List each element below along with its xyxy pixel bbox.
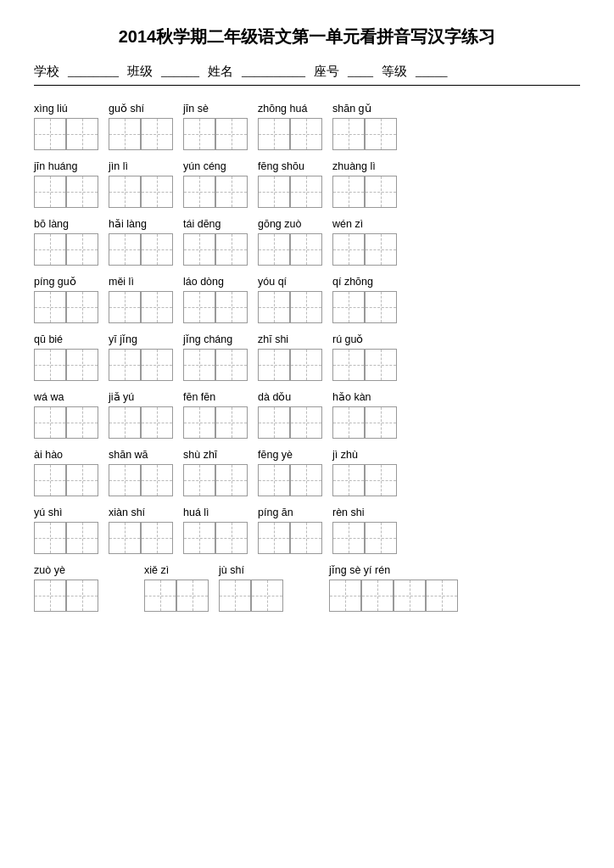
char-boxes (183, 118, 248, 150)
word-group: hǎi làng (109, 216, 173, 266)
pinyin-label: hǎo kàn (332, 389, 371, 405)
name-label: 姓名 (208, 64, 233, 80)
char-box (258, 233, 290, 266)
char-box (34, 176, 66, 208)
pinyin-label: měi lì (109, 274, 134, 289)
char-box (251, 580, 283, 612)
word-group: hǎo kàn (332, 389, 397, 439)
exercise-row: qū biéyī jǐngjǐng chángzhī shirú guǒ (34, 332, 580, 381)
pinyin-label: shù zhī (183, 447, 217, 462)
word-group: jìn lì (109, 159, 173, 208)
pinyin-label: zuò yè (34, 563, 65, 578)
char-boxes (258, 464, 322, 496)
class-line: ______ (161, 64, 199, 79)
char-box (332, 291, 365, 323)
word-group: xiàn shí (109, 505, 173, 554)
exercise-row: wá wajiǎ yúfēn fēndà dǒuhǎo kàn (34, 389, 580, 439)
word-group: guǒ shí (109, 101, 173, 150)
char-box (109, 291, 141, 323)
char-boxes (34, 349, 98, 381)
pinyin-label: dà dǒu (258, 389, 291, 405)
char-box (290, 233, 322, 266)
char-boxes (109, 406, 173, 439)
word-group: huá lì (183, 505, 248, 554)
char-boxes (258, 522, 322, 554)
char-boxes (332, 233, 397, 266)
word-group: qí zhōng (332, 274, 397, 323)
word-group: yī jǐng (109, 332, 173, 381)
word-group: yún céng (183, 159, 248, 208)
char-box (332, 176, 365, 208)
pinyin-label: guǒ shí (109, 101, 144, 116)
char-boxes (34, 522, 98, 554)
pinyin-label: yún céng (183, 159, 226, 174)
char-box (141, 233, 173, 266)
pinyin-label: qí zhōng (332, 274, 373, 289)
char-boxes (109, 233, 173, 266)
char-box (66, 233, 98, 266)
pinyin-label: hǎi làng (109, 216, 147, 232)
char-box (66, 406, 98, 439)
char-boxes (258, 118, 322, 150)
exercise-row: píng guǒměi lìláo dòngyóu qíqí zhōng (34, 274, 580, 323)
char-box (290, 464, 322, 496)
char-box (258, 349, 290, 381)
char-box (141, 118, 173, 150)
char-box (183, 464, 215, 496)
word-group: jīn huáng (34, 159, 98, 208)
pinyin-label: shān wā (109, 447, 148, 462)
char-box (141, 522, 173, 554)
char-box (66, 580, 98, 612)
exercise-row: xìng liúguǒ shíjīn sèzhōng huáshān gǔ (34, 101, 580, 150)
char-boxes (183, 176, 248, 208)
grade-line: _____ (416, 64, 448, 79)
word-group: shān wā (109, 447, 173, 496)
pinyin-label: láo dòng (183, 274, 224, 289)
char-boxes (329, 580, 458, 612)
word-group: jiǎ yú (109, 389, 173, 439)
char-box (109, 176, 141, 208)
word-group: fēng shōu (258, 159, 322, 208)
pinyin-label: fēng shōu (258, 159, 304, 174)
pinyin-label: xiàn shí (109, 505, 145, 520)
char-boxes (34, 291, 98, 323)
char-boxes (109, 464, 173, 496)
char-box (66, 176, 98, 208)
word-group: yóu qí (258, 274, 322, 323)
pinyin-label: xiě zì (144, 563, 169, 578)
pinyin-label: jù shí (219, 563, 244, 578)
char-box (34, 406, 66, 439)
seat-label: 座号 (314, 64, 339, 80)
char-box (215, 464, 248, 496)
char-boxes (34, 233, 98, 266)
char-box (34, 118, 66, 150)
pinyin-label: yú shì (34, 505, 62, 520)
pinyin-label: jǐng cháng (183, 332, 232, 347)
char-box (141, 406, 173, 439)
word-group: jù shí (219, 563, 283, 612)
char-boxes (34, 464, 98, 496)
char-box (258, 291, 290, 323)
char-boxes (183, 291, 248, 323)
pinyin-label: gōng zuò (258, 216, 301, 232)
char-box (394, 580, 426, 612)
char-box (332, 118, 365, 150)
char-box (365, 233, 397, 266)
name-line: __________ (242, 64, 305, 79)
char-boxes (144, 580, 209, 612)
pinyin-label: zhuàng lì (332, 159, 376, 174)
char-box (109, 118, 141, 150)
char-box (109, 464, 141, 496)
char-boxes (332, 291, 397, 323)
pinyin-label: fēng yè (258, 447, 293, 462)
word-group: fēng yè (258, 447, 322, 496)
char-boxes (219, 580, 283, 612)
char-boxes (258, 233, 322, 266)
char-box (66, 291, 98, 323)
char-box (290, 406, 322, 439)
char-box (290, 522, 322, 554)
pinyin-label: rú guǒ (332, 332, 364, 347)
word-group: wén zì (332, 216, 397, 266)
char-box (215, 118, 248, 150)
char-box (332, 464, 365, 496)
